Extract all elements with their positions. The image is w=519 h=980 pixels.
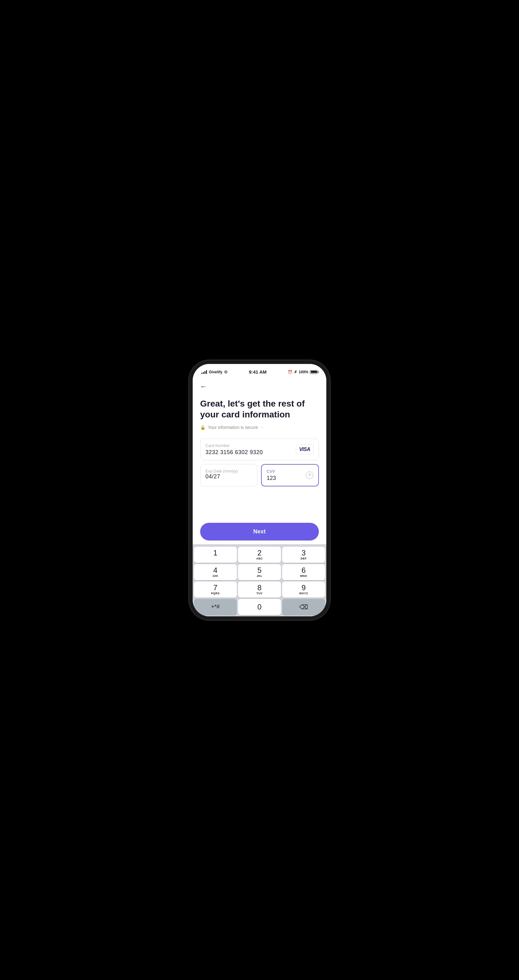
cvv-help-icon[interactable]: ?: [306, 471, 313, 479]
cvv-inner: CVV 123: [267, 469, 276, 482]
next-button[interactable]: Next: [200, 523, 319, 541]
status-left: Givelify ⊙: [201, 369, 228, 374]
exp-date-field[interactable]: Exp Date (mm/yy) 04/27: [200, 464, 257, 487]
lock-icon: 🔒: [200, 425, 205, 430]
exp-cvv-row: Exp Date (mm/yy) 04/27 CVV 123 ?: [200, 464, 319, 487]
keyboard-row-1: 1 2 ABC 3 DEF: [194, 547, 325, 563]
numeric-keyboard: 1 2 ABC 3 DEF 4 GHI 5: [193, 544, 326, 616]
main-content: ← Great, let's get the rest of your card…: [193, 378, 326, 616]
status-bar: Givelify ⊙ 9:41 AM ⏰ ✗ 100%: [193, 364, 326, 378]
cvv-label: CVV: [267, 469, 276, 474]
key-2[interactable]: 2 ABC: [238, 547, 281, 563]
delete-icon: ⌫: [299, 603, 308, 611]
key-4[interactable]: 4 GHI: [194, 564, 237, 580]
key-symbols[interactable]: +*#: [194, 599, 237, 615]
scroll-area: ← Great, let's get the rest of your card…: [193, 378, 326, 518]
card-number-label: Card Number: [205, 443, 263, 448]
cvv-value: 123: [267, 475, 276, 482]
signal-bar-1: [201, 373, 202, 374]
key-delete[interactable]: ⌫: [282, 599, 325, 615]
key-6[interactable]: 6 MNO: [282, 564, 325, 580]
key-8[interactable]: 8 TUV: [238, 582, 281, 598]
bluetooth-icon: ✗: [294, 370, 297, 374]
secure-label: Your information is secure: [208, 425, 258, 430]
wifi-icon: ⊙: [224, 369, 228, 374]
app-name: Givelify: [209, 370, 222, 374]
alarm-icon: ⏰: [288, 370, 293, 374]
signal-bars: [201, 370, 207, 374]
exp-date-value: 04/27: [205, 473, 252, 480]
keyboard-row-3: 7 PQRS 8 TUV 9 WXYZ: [194, 582, 325, 598]
battery-icon: [310, 370, 318, 374]
key-9[interactable]: 9 WXYZ: [282, 582, 325, 598]
key-5[interactable]: 5 JKL: [238, 564, 281, 580]
battery-fill: [311, 371, 317, 373]
page-title: Great, let's get the rest of your card i…: [200, 398, 319, 420]
card-number-value: 3232 3156 6302 9320: [205, 449, 263, 456]
key-7[interactable]: 7 PQRS: [194, 582, 237, 598]
battery-container: [310, 370, 318, 374]
bottom-area: Next: [193, 518, 326, 544]
signal-bar-2: [203, 372, 204, 374]
back-button[interactable]: ←: [200, 383, 207, 391]
key-0[interactable]: 0: [238, 599, 281, 615]
chevron-right-icon: ›: [261, 425, 262, 430]
signal-bar-4: [206, 370, 207, 374]
key-1[interactable]: 1: [194, 547, 237, 563]
signal-bar-3: [204, 371, 205, 374]
keyboard-row-2: 4 GHI 5 JKL 6 MNO: [194, 564, 325, 580]
key-3[interactable]: 3 DEF: [282, 547, 325, 563]
exp-date-label: Exp Date (mm/yy): [205, 469, 252, 473]
status-right: ⏰ ✗ 100%: [288, 370, 318, 374]
phone-frame: Givelify ⊙ 9:41 AM ⏰ ✗ 100% ← Great, let…: [193, 364, 326, 616]
cvv-field[interactable]: CVV 123 ?: [261, 464, 319, 487]
card-number-field[interactable]: Card Number 3232 3156 6302 9320 VISA: [200, 439, 319, 460]
card-number-inner: Card Number 3232 3156 6302 9320: [205, 443, 263, 456]
visa-badge: VISA: [296, 444, 314, 454]
status-time: 9:41 AM: [249, 369, 267, 374]
battery-percent: 100%: [299, 370, 308, 374]
keyboard-row-4: +*# 0 ⌫: [194, 599, 325, 615]
secure-info-row[interactable]: 🔒 Your information is secure ›: [200, 425, 319, 430]
